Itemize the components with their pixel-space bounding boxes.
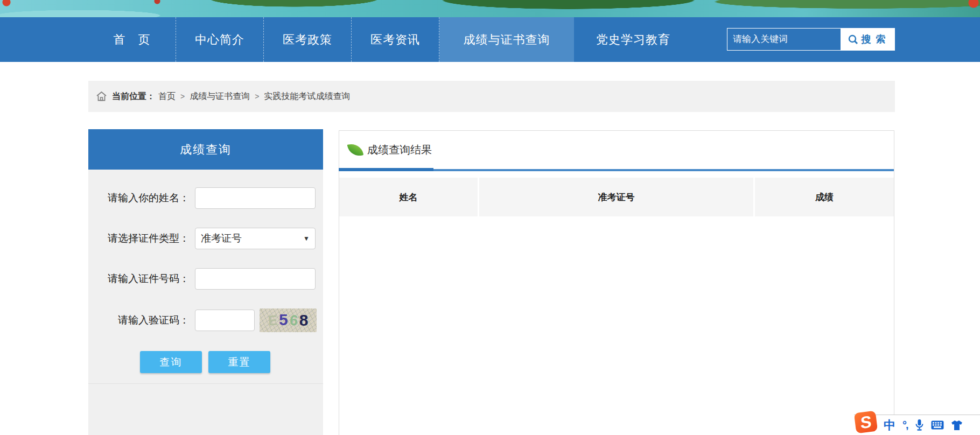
main-nav: 首 页 中心简介 医考政策 医考资讯 成绩与证书查询 党史学习教育 搜 索: [0, 17, 980, 62]
leaf-icon: [347, 142, 364, 158]
breadcrumb-home-link[interactable]: 首页: [158, 91, 176, 102]
column-header-name: 姓名: [339, 178, 478, 216]
cert-no-label: 请输入证件号码：: [88, 268, 190, 290]
nav-item-exam-news[interactable]: 医考资讯: [352, 17, 439, 62]
results-table-header: 姓名 准考证号 成绩: [339, 178, 894, 216]
column-header-score: 成绩: [755, 178, 894, 216]
search-input[interactable]: [727, 29, 841, 50]
captcha-char: 8: [299, 312, 309, 328]
breadcrumb: 当前位置： 首页 > 成绩与证书查询 > 实践技能考试成绩查询: [88, 81, 895, 112]
results-title: 成绩查询结果: [367, 131, 432, 169]
banner-image: [0, 0, 980, 17]
nav-item-party-history[interactable]: 党史学习教育: [574, 17, 692, 62]
microphone-icon[interactable]: [915, 419, 924, 431]
keyboard-icon[interactable]: [931, 420, 944, 430]
nav-menu: 首 页 中心简介 医考政策 医考资讯 成绩与证书查询 党史学习教育: [88, 17, 692, 62]
breadcrumb-current-page: 实践技能考试成绩查询: [264, 91, 350, 102]
cert-no-input[interactable]: [195, 268, 316, 290]
captcha-image[interactable]: E 5 6 8: [260, 308, 317, 332]
breadcrumb-prefix: 当前位置：: [112, 91, 155, 102]
captcha-char: E: [268, 313, 278, 327]
ime-toolbar: S 中 °,: [854, 415, 980, 435]
nav-item-center-intro[interactable]: 中心简介: [176, 17, 263, 62]
captcha-label: 请输入验证码：: [88, 310, 190, 331]
skin-tshirt-icon[interactable]: [951, 420, 963, 431]
name-input[interactable]: [195, 187, 316, 209]
results-header: 成绩查询结果: [339, 131, 894, 169]
page-root: 首 页 中心简介 医考政策 医考资讯 成绩与证书查询 党史学习教育 搜 索: [0, 0, 980, 435]
reset-button[interactable]: 重置: [208, 351, 270, 373]
search-button[interactable]: 搜 索: [841, 29, 894, 50]
results-panel: 成绩查询结果 姓名 准考证号 成绩: [339, 130, 894, 435]
search-icon: [848, 34, 858, 45]
column-header-admission-no: 准考证号: [479, 178, 753, 216]
captcha-char: 6: [289, 313, 298, 328]
active-tab-underline: [339, 168, 433, 171]
search-button-label: 搜 索: [861, 33, 886, 46]
ime-punctuation-icon[interactable]: °,: [902, 419, 908, 431]
results-table-body-empty: [339, 216, 894, 324]
nav-item-home[interactable]: 首 页: [88, 17, 176, 62]
query-button[interactable]: 查询: [140, 351, 202, 373]
form-divider: [88, 383, 323, 384]
sogou-logo-icon[interactable]: S: [854, 410, 878, 433]
ime-language-mode-icon[interactable]: 中: [884, 417, 895, 433]
nav-item-exam-policy[interactable]: 医考政策: [264, 17, 351, 62]
site-search: 搜 索: [727, 28, 895, 51]
captcha-input[interactable]: [195, 310, 255, 331]
score-query-panel: 成绩查询 请输入你的姓名： 请选择证件类型： 准考证号 ▼ 请输入证件号码： 请…: [88, 129, 323, 435]
chevron-down-icon: ▼: [303, 235, 310, 242]
tab-underline: [339, 169, 894, 171]
captcha-char: 5: [279, 312, 288, 328]
nav-item-score-certificate-query[interactable]: 成绩与证书查询: [439, 17, 574, 62]
cert-type-label: 请选择证件类型：: [88, 228, 190, 249]
breadcrumb-score-query-link[interactable]: 成绩与证书查询: [190, 91, 250, 102]
cert-type-selected-value: 准考证号: [201, 231, 242, 245]
name-label: 请输入你的姓名：: [88, 187, 190, 209]
cert-type-select[interactable]: 准考证号 ▼: [195, 228, 316, 249]
score-query-form: 请输入你的姓名： 请选择证件类型： 准考证号 ▼ 请输入证件号码： 请输入验证码…: [88, 129, 323, 435]
breadcrumb-separator: >: [255, 92, 259, 101]
home-icon: [96, 91, 107, 102]
breadcrumb-separator: >: [180, 92, 185, 101]
